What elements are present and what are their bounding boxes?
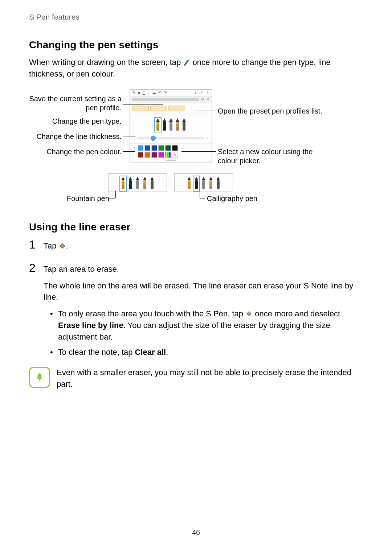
pen-type (150, 177, 155, 190)
tool-save-icon: ⭳ (194, 91, 198, 95)
pen-strip-left (108, 173, 167, 192)
swatch (172, 145, 178, 151)
panel-titlebar: ⚲ ✕ (130, 97, 212, 103)
lead-line (115, 191, 116, 198)
slider-thumb (151, 136, 156, 141)
pen-type (135, 177, 140, 190)
swatch (151, 145, 157, 151)
step2-line2: The whole line on the area will be erase… (44, 280, 363, 303)
callout-open-presets: Open the preset pen profiles list. (218, 107, 341, 116)
intro-text-before: When writing or drawing on the screen, t… (29, 58, 183, 67)
pen-type (128, 177, 133, 190)
bullet2-suffix: . (166, 348, 168, 357)
svg-marker-0 (60, 243, 65, 249)
bullet-erase-area: To only erase the area you touch with th… (50, 308, 363, 343)
lead-line (200, 198, 205, 198)
intro-paragraph: When writing or drawing on the screen, t… (29, 57, 363, 80)
svg-point-2 (39, 379, 40, 381)
callout-change-type: Change the pen type. (29, 117, 122, 126)
callout-colour-picker: Select a new colour using the colour pic… (218, 147, 327, 165)
bullet1-mid: once more and deselect (255, 309, 340, 318)
heading-using-line-eraser: Using the line eraser (29, 221, 363, 233)
preset-chip (168, 106, 185, 111)
slider-plus-icon: + (207, 136, 209, 140)
pen-type (187, 177, 192, 190)
lead-line (200, 191, 200, 198)
colour-picker-icon: ✎ (172, 152, 178, 158)
bell-icon (35, 373, 44, 382)
tool-text-icon: T (143, 91, 145, 95)
pen-type-pencil (168, 118, 173, 131)
tool-more-icon: ⋮ (205, 91, 209, 95)
pen-type (201, 177, 206, 190)
note-icon-frame (29, 367, 50, 388)
tool-redo-icon: ↷ (164, 91, 167, 95)
tool-undo-icon: ↶ (158, 91, 162, 95)
note-callout: Even with a smaller eraser, you may stil… (29, 367, 363, 390)
lead-line (123, 151, 135, 152)
pen-settings-figure: ✎ ◆ T ⌵ ☁ ↶ ↷ ⭳ ✓ ⋮ ⚲ ✕ (29, 89, 363, 209)
pen-type-fountain (155, 118, 160, 131)
step-1: 1 Tap . (29, 239, 363, 257)
step-2: 2 Tap an area to erase. The whole line o… (29, 262, 363, 362)
pen-type-calligraphy (194, 177, 199, 190)
pen-icon (183, 58, 190, 65)
pen-type-marker (181, 118, 187, 131)
step-number: 2 (29, 262, 44, 362)
slider-minus-icon: − (133, 136, 135, 140)
pen-type (142, 177, 147, 190)
swatch (151, 152, 157, 158)
bullet1-prefix: To only erase the area you touch with th… (58, 309, 245, 318)
slider-track (137, 138, 204, 139)
header-crop-mark (18, 0, 18, 11)
bullet2-bold: Clear all (135, 348, 166, 357)
step1-text-suffix: . (66, 241, 68, 250)
bullet-clear-all: To clear the note, tap Clear all. (50, 346, 363, 358)
panel-preset-row (130, 103, 212, 114)
step2-bullets: To only erase the area you touch with th… (50, 308, 363, 358)
step2-line1: Tap an area to erase. (44, 263, 363, 275)
swatch (158, 152, 164, 158)
pen-settings-panel: ✎ ◆ T ⌵ ☁ ↶ ↷ ⭳ ✓ ⋮ ⚲ ✕ (130, 89, 212, 163)
document-page: S Pen features Changing the pen settings… (0, 0, 392, 554)
lead-line (123, 136, 135, 136)
preset-chip (132, 106, 149, 111)
page-content: Changing the pen settings When writing o… (29, 39, 363, 390)
eraser-icon (245, 309, 253, 316)
pen-type-fountain (121, 177, 126, 190)
swatch (165, 152, 171, 158)
svg-marker-1 (246, 311, 252, 316)
swatch-next-icon: › (179, 145, 183, 151)
bullet2-prefix: To clear the note, tap (58, 348, 135, 357)
swatch (165, 145, 171, 151)
lead-line (181, 151, 216, 152)
panel-open-presets-icon: ⚲ (201, 97, 204, 102)
pen-strip-right (174, 173, 233, 192)
pen-type-calligraphy (162, 118, 167, 131)
lead-line (108, 198, 115, 198)
tool-check-icon: ✓ (200, 91, 203, 95)
panel-thickness-slider: − + (130, 133, 212, 144)
lead-line (123, 121, 138, 121)
panel-title-placeholder (132, 98, 199, 101)
bullet1-bold: Erase line by line (58, 321, 123, 330)
pen-type (208, 177, 213, 190)
label-calligraphy-pen: Calligraphy pen (207, 194, 257, 203)
callout-change-colour: Change the pen colour. (29, 147, 122, 156)
panel-colour-swatches: ‹ › ✎ (130, 144, 212, 158)
panel-toolbar: ✎ ◆ T ⌵ ☁ ↶ ↷ ⭳ ✓ ⋮ (130, 90, 212, 97)
callout-save-profile: Save the current setting as a pen profil… (29, 94, 122, 112)
lead-line (123, 104, 163, 104)
lead-line (194, 111, 216, 111)
panel-pen-types (130, 114, 212, 133)
eraser-icon (59, 241, 66, 249)
note-text: Even with a smaller eraser, you may stil… (57, 367, 363, 390)
pen-type (216, 177, 221, 190)
swatch (144, 152, 150, 158)
swatch (138, 145, 143, 151)
pen-type-highlighter (175, 118, 180, 131)
page-number: 46 (0, 528, 392, 537)
step-number: 1 (29, 239, 44, 257)
swatch-prev-icon: ‹ (132, 145, 136, 151)
callout-change-thickness: Change the line thickness. (29, 132, 122, 141)
